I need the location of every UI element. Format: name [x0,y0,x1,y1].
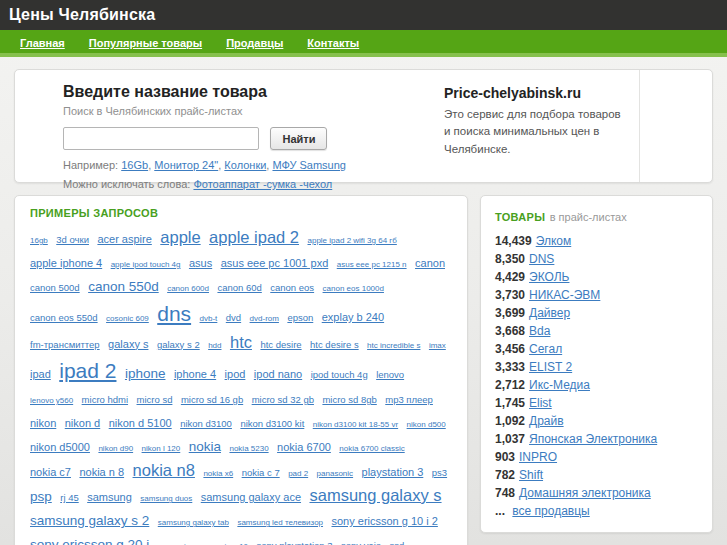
tag-link[interactable]: 3d очки [56,234,89,245]
nav-item[interactable]: Продавцы [226,37,283,49]
tag-link[interactable]: lenovo y560 [30,396,73,405]
tag-link[interactable]: dvd [226,312,241,323]
vendor-link[interactable]: Bda [529,324,550,338]
tag-link[interactable]: epson [287,312,313,323]
example-query-link[interactable]: Колонки [224,159,266,171]
tag-link[interactable]: dns [157,302,191,325]
vendor-link[interactable]: Драйв [529,414,564,428]
tag-link[interactable]: fm-трансмиттер [30,339,100,350]
vendor-link[interactable]: Домашняя электроника [519,486,651,500]
nav-item[interactable]: Популярные товары [89,37,202,49]
tag-link[interactable]: cosonic 609 [106,314,149,323]
tag-link[interactable]: nokia 6700 [277,441,331,453]
tag-link[interactable]: canon 500d [30,282,80,293]
nav-item[interactable]: Контакты [307,37,359,49]
tag-link[interactable]: psp [30,489,52,504]
tag-link[interactable]: apple ipad 2 [209,228,299,246]
tag-link[interactable]: sony ericsson g 20 i [30,537,149,545]
tag-link[interactable]: iphone [125,366,166,381]
tag-link[interactable]: asus [189,257,212,269]
tag-link[interactable]: ssd [390,540,405,545]
tag-link[interactable]: sony ericsson g 10 i 2 [331,515,437,527]
tag-link[interactable]: galaxy s [108,338,148,350]
tag-link[interactable]: nokia [189,439,221,454]
tag-link[interactable]: apple iphone 4 [30,257,102,269]
tag-link[interactable]: pad 2 [288,469,308,478]
tag-link[interactable]: lenovo [376,369,404,380]
search-button[interactable]: Найти [270,127,327,150]
tag-link[interactable]: playstation 3 [362,466,424,478]
tag-link[interactable]: acer aspire [97,233,151,245]
tag-link[interactable]: sony vaio [341,540,381,545]
example-query-link[interactable]: Монитор 24" [154,159,218,171]
tag-link[interactable]: canon eos 550d [30,312,98,323]
tag-link[interactable]: nokia n8 [133,461,195,479]
tag-link[interactable]: samsung duos [140,494,192,503]
tag-link[interactable]: samsung [87,491,132,503]
tag-link[interactable]: mp3 плеер [385,394,433,405]
tag-link[interactable]: nikon d90 [98,444,133,453]
tag-link[interactable]: nikon [30,417,56,429]
tag-link[interactable]: htc desire [260,339,301,350]
tag-link[interactable]: nikon d5000 [30,441,90,453]
tag-link[interactable]: canon eos [270,282,314,293]
tag-link[interactable]: samsung galaxy ace [201,491,301,503]
tag-link[interactable]: ipad [30,368,51,380]
tag-link[interactable]: asus eee pc 1215 n [337,260,407,269]
tag-link[interactable]: nokia n 8 [79,466,124,478]
vendor-link[interactable]: НИКАС-ЭВМ [529,288,600,302]
tag-link[interactable]: canon 550d [88,279,159,294]
search-input[interactable] [63,127,259,150]
tag-link[interactable]: imax [429,341,446,350]
tag-link[interactable]: ipad 2 [59,359,116,382]
tag-link[interactable]: nokia c 7 [242,467,280,478]
tag-link[interactable]: hdd [208,341,221,350]
tag-link[interactable]: samsung galaxy s [309,486,441,504]
nav-item[interactable]: Главная [20,37,65,49]
tag-link[interactable]: htc desire s [310,339,359,350]
tag-link[interactable]: samsung galaxy s 2 [30,513,149,528]
vendor-link[interactable]: Икс-Медиа [529,378,590,392]
tag-link[interactable]: htc [230,333,252,351]
tag-link[interactable]: micro sd 32 gb [252,394,314,405]
tag-link[interactable]: ps3 [432,467,447,478]
vendor-link[interactable]: Японская Электроника [529,432,657,446]
tag-link[interactable]: samsung galaxy tab [158,518,229,527]
tag-link[interactable]: htc incredible s [367,341,420,350]
tag-link[interactable]: explay b 240 [322,311,384,323]
tag-link[interactable]: canon [415,257,445,269]
vendor-link[interactable]: Elist [529,396,552,410]
vendor-link[interactable]: ЭКОЛЬ [529,270,569,284]
tag-link[interactable]: canon eos 1000d [323,284,384,293]
tag-link[interactable]: nokia 5230 [229,444,268,453]
vendor-link[interactable]: INPRO [519,450,557,464]
tag-link[interactable]: apple ipod touch 4g [111,260,181,269]
vendor-link[interactable]: Дайвер [529,306,570,320]
example-query-link[interactable]: 16Gb [121,159,148,171]
tag-link[interactable]: nikon d 5100 [109,417,172,429]
tag-link[interactable]: canon 600d [167,284,209,293]
vendor-link[interactable]: Shift [519,468,543,482]
tag-link[interactable]: apple ipad 2 wifi 3g 64 гб [307,236,396,245]
tag-link[interactable]: samsung led телевизор [237,518,323,527]
tag-link[interactable]: canon 60d [217,282,261,293]
vendor-link[interactable]: DNS [529,252,554,266]
tag-link[interactable]: iphone 4 [174,368,216,380]
tag-link[interactable]: ipod [225,368,246,380]
tag-link[interactable]: dvd-rom [250,314,279,323]
vendor-link[interactable]: ELIST 2 [529,360,572,374]
tag-link[interactable]: panasonic [317,469,353,478]
all-vendors-link[interactable]: все продавцы [512,504,589,518]
tag-link[interactable]: nikon d3100 [180,418,232,429]
tag-link[interactable]: nokia x6 [203,469,233,478]
tag-link[interactable]: nokia c7 [30,466,71,478]
tag-link[interactable]: 16gb [30,236,48,245]
tag-link[interactable]: apple [160,228,200,246]
tag-link[interactable]: dvb-t [200,314,218,323]
tag-link[interactable]: nikon d3100 kit 18-55 vr [313,420,398,429]
tag-link[interactable]: micro sd 16 gb [181,394,243,405]
tag-link[interactable]: nikon d3100 kit [240,418,304,429]
tag-link[interactable]: sony playstation 3 [256,540,332,545]
tag-link[interactable]: micro hdmi [82,394,128,405]
tag-link[interactable]: nikon l 120 [142,444,181,453]
